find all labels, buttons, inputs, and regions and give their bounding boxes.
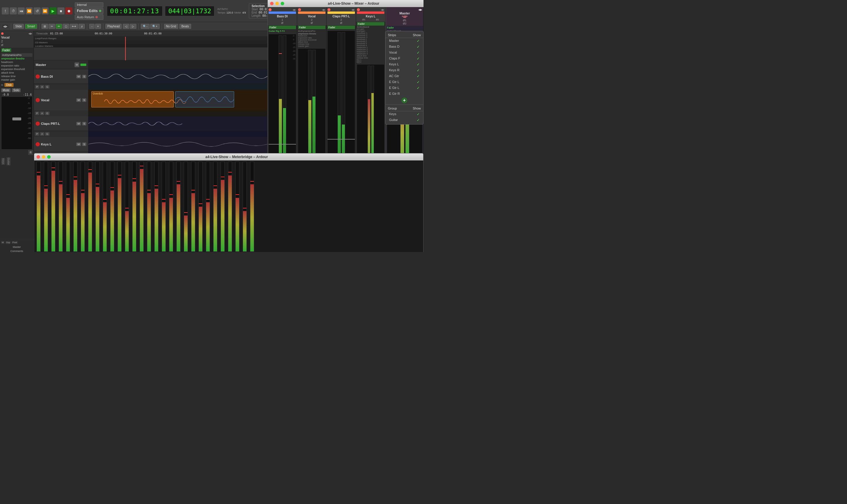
midi-icon[interactable]: ⏱ — [10, 7, 17, 14]
ch-keysl-plugin7[interactable]: threshold 1 — [356, 38, 385, 40]
bassDI-m[interactable]: M — [76, 75, 81, 78]
ch-keysl-plugin6[interactable]: crossover 3 — [356, 36, 385, 38]
meterbridge-minimize[interactable] — [42, 155, 45, 159]
zoom-out-icon[interactable]: 🔍- — [141, 24, 149, 29]
grp-btn[interactable]: Grp — [5, 241, 11, 244]
vocal-g[interactable]: G — [45, 112, 50, 115]
claps-p[interactable]: P — [35, 132, 39, 136]
post-btn[interactable]: Post — [12, 241, 18, 244]
keysL-m[interactable]: M — [76, 143, 81, 146]
smart-btn[interactable]: Smart — [25, 24, 37, 29]
ch-vocal-plugin4[interactable]: expansion ratio — [297, 37, 326, 39]
ch-keysl-plugin4[interactable]: crossover 1 — [356, 32, 385, 34]
ph-icon-1[interactable]: ◁ — [123, 24, 129, 29]
vocal-a[interactable]: A — [40, 112, 44, 115]
ch-keysl-plugin14[interactable]: headroom 4 — [356, 53, 385, 55]
ch-vocal-plugin8[interactable]: master gain — [297, 45, 326, 47]
ch-keysl-plugin9[interactable]: threshold 3 — [356, 42, 385, 44]
meterbridge-maximize[interactable] — [47, 155, 51, 159]
strips-egtrl3[interactable]: E Gtr R — [386, 91, 423, 96]
ch-keysl-plugin17[interactable]: EQ 1 — [356, 59, 385, 61]
ch-bassdi-plugin1[interactable]: Guitar Rig 5 FX — [268, 30, 297, 33]
bassDI-g[interactable]: G — [45, 85, 50, 89]
claps-m[interactable]: M — [76, 122, 81, 125]
select-tool[interactable]: ⊞ — [41, 24, 48, 29]
disk-btn[interactable]: Disk — [4, 83, 14, 87]
ch-keysl-plugin18[interactable]: EQ 2 — [356, 61, 385, 63]
mixer-close[interactable] — [270, 2, 273, 5]
zoom-in-icon[interactable]: 🔍+ — [150, 24, 160, 29]
vocal-m[interactable]: M — [76, 98, 81, 102]
ch-keysl-plugin2[interactable]: pre-gain — [356, 28, 385, 30]
beats-btn[interactable]: Beats — [179, 24, 191, 29]
audition-tool[interactable]: ♬ — [78, 24, 85, 29]
keysL-s[interactable]: S — [82, 143, 86, 146]
keysL-rec[interactable] — [36, 142, 40, 146]
forward[interactable]: ⏩ — [41, 7, 49, 14]
mixer-maximize[interactable] — [281, 2, 284, 5]
ch-claps-expand[interactable]: ◀▶ — [351, 8, 355, 11]
no-grid-btn[interactable]: No Grid — [164, 24, 178, 29]
erase-tool[interactable]: ◻ — [63, 24, 69, 29]
vocal-s[interactable]: S — [82, 98, 86, 102]
claps-s[interactable]: S — [82, 122, 86, 125]
stop-button[interactable]: ■ — [57, 7, 65, 14]
ch-keysl-close[interactable] — [357, 8, 360, 11]
zoom-controls[interactable]: ◀▶ — [2, 24, 9, 29]
meterbridge-close[interactable] — [36, 155, 40, 159]
strips-keysr[interactable]: Keys R ✓ — [386, 68, 423, 73]
ch-vocal-plugin3[interactable]: headroom — [297, 35, 326, 37]
play-button[interactable]: ▶ — [50, 7, 56, 14]
loop[interactable]: ↺ — [34, 7, 41, 14]
plugin-item-5[interactable]: attack time — [1, 71, 32, 74]
strips-egtrl1[interactable]: E Gtr L ✓ — [386, 79, 423, 85]
plugin-item-3[interactable]: expansion ratio — [1, 64, 32, 68]
strips-egtrl2[interactable]: E Gtr L ✓ — [386, 85, 423, 91]
vocal-rec[interactable] — [36, 98, 40, 102]
fader-track[interactable]: -3 -5 -10 -15 -20 -25 -30 -40 -50 — [1, 96, 32, 149]
ch-keysl-plugin1[interactable]: AUMultibandi — [356, 26, 385, 28]
ch-vocal-plugin7[interactable]: release time — [297, 43, 326, 45]
vocal-overdub-clip[interactable]: Overdub — [91, 91, 174, 107]
mute-btn[interactable]: Mute — [1, 88, 11, 92]
snap-plus[interactable]: + — [95, 24, 101, 29]
claps-a[interactable]: A — [40, 132, 44, 136]
ch-keysl-plugin3[interactable]: post-gain — [356, 30, 385, 32]
strips-keys-group[interactable]: Keys ✓ — [386, 111, 423, 117]
plugin-item-6[interactable]: release time — [1, 74, 32, 78]
ch-keysl-plugin16[interactable]: release time — [356, 57, 385, 59]
draw-tool[interactable]: ✏ — [56, 24, 62, 29]
rewind[interactable]: ⏪ — [25, 7, 33, 14]
stretch-tool[interactable]: ⟷ — [70, 24, 78, 29]
ch-keysl-plugin12[interactable]: headroom 2 — [356, 49, 385, 51]
strips-acgtr[interactable]: AC Gtr ✓ — [386, 73, 423, 79]
slide-btn[interactable]: Slide — [13, 24, 24, 29]
ch-vocal-close[interactable] — [298, 8, 301, 11]
bassDI-s[interactable]: S — [82, 75, 86, 78]
ch-keysl-plugin13[interactable]: headroom 3 — [356, 51, 385, 53]
ph-icon-2[interactable]: ▷ — [130, 24, 136, 29]
click-icon[interactable]: ! — [2, 7, 9, 14]
ch-vocal-plugin2[interactable]: ompression thresho — [297, 33, 326, 35]
m-btn-bottom[interactable]: M — [1, 241, 5, 244]
add-strip-btn[interactable]: + — [401, 97, 407, 103]
bassDI-a[interactable]: A — [40, 85, 44, 89]
auto-return-box[interactable]: Auto Return — [75, 14, 103, 20]
ch-master-expand[interactable]: ◀▶ — [387, 8, 422, 11]
ch-bassdi-expand[interactable]: ◀▶ — [293, 8, 296, 11]
snap-minus[interactable]: - — [89, 24, 94, 29]
ch-bassdi-close[interactable] — [269, 8, 271, 11]
ch-vocal-plugin1[interactable]: AUDynamicsPro — [297, 30, 326, 33]
rewind-to-start[interactable]: ⏮ — [18, 7, 25, 14]
claps-g[interactable]: G — [45, 132, 50, 136]
vocal-clip-2[interactable] — [175, 91, 234, 107]
ch-vocal-expand[interactable]: ◀▶ — [322, 8, 325, 11]
playhead-btn[interactable]: Playhead — [105, 24, 122, 29]
ch-claps-close[interactable] — [328, 8, 331, 11]
ch-keysl-plugin10[interactable]: threshold 4 — [356, 44, 385, 47]
plugin-item-4[interactable]: expansion threshold — [1, 68, 32, 71]
strips-keysl[interactable]: Keys L ✓ — [386, 61, 423, 68]
plugin-item-2[interactable]: headroom — [1, 60, 32, 64]
claps-rec[interactable] — [36, 122, 40, 126]
solo-btn[interactable]: Solo — [12, 88, 21, 92]
